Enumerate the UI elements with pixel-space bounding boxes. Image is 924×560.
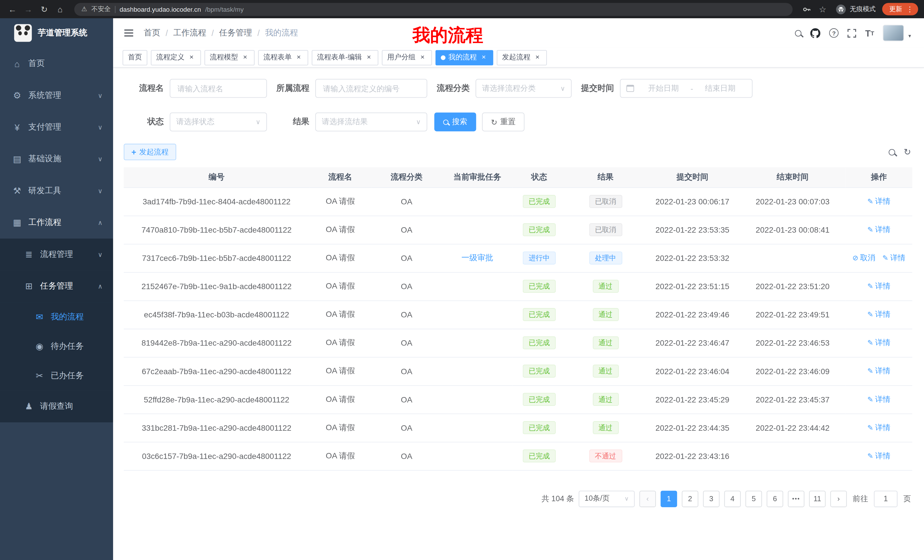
detail-button-label: 详情: [875, 394, 891, 405]
detail-button[interactable]: ✎详情: [883, 253, 906, 263]
close-icon[interactable]: ×: [241, 53, 249, 61]
security-label[interactable]: 不安全: [92, 5, 111, 14]
more-pages-button[interactable]: •••: [788, 490, 804, 507]
breadcrumb-item[interactable]: 工作流程: [173, 28, 207, 38]
create-process-button[interactable]: + 发起流程: [124, 144, 176, 160]
result-tag: 通过: [592, 393, 618, 406]
detail-button[interactable]: ✎详情: [867, 338, 891, 348]
breadcrumb-item[interactable]: 首页: [144, 28, 160, 38]
page-button[interactable]: 4: [724, 490, 741, 507]
table-row: 67c2eaab-7b9a-11ec-a290-acde48001122OA 请…: [124, 357, 912, 385]
table-row: 52ffd28e-7b9a-11ec-a290-acde48001122OA 请…: [124, 385, 912, 413]
result-placeholder: 请选择流结果: [322, 117, 368, 127]
breadcrumb-item[interactable]: 任务管理: [219, 28, 252, 38]
back-icon[interactable]: ←: [6, 3, 19, 15]
detail-button[interactable]: ✎详情: [867, 309, 891, 320]
close-icon[interactable]: ×: [533, 53, 542, 61]
close-icon[interactable]: ×: [188, 53, 196, 61]
cell-submit-time: 2022-01-22 23:53:32: [645, 244, 740, 272]
detail-button[interactable]: ✎详情: [867, 394, 891, 405]
detail-button[interactable]: ✎详情: [867, 196, 891, 207]
table-refresh-icon[interactable]: ↻: [904, 147, 911, 157]
detail-button[interactable]: ✎详情: [867, 422, 891, 433]
page-button[interactable]: 2: [682, 490, 698, 507]
cell-submit-time: 2022-01-22 23:43:16: [645, 442, 740, 470]
prev-page-button[interactable]: ‹: [639, 490, 656, 507]
page-button[interactable]: 1: [661, 490, 677, 507]
sidebar-item-done-tasks[interactable]: ✂已办任务: [0, 361, 113, 391]
font-size-icon[interactable]: TT: [865, 28, 874, 38]
search-icon[interactable]: [795, 30, 801, 36]
page-size-select[interactable]: 10条/页 ∨: [579, 490, 635, 507]
github-icon[interactable]: [810, 28, 820, 38]
close-icon[interactable]: ×: [480, 53, 488, 61]
sidebar-item-devtools[interactable]: ⚒研发工具∨: [0, 175, 113, 207]
view-tab[interactable]: 我的流程×: [435, 49, 493, 65]
view-tab[interactable]: 流程表单×: [258, 49, 308, 65]
category-select[interactable]: 请选择流程分类 ∨: [476, 79, 572, 98]
detail-button[interactable]: ✎详情: [867, 366, 891, 376]
page-button[interactable]: 11: [809, 490, 826, 507]
cell-process-name: OA 请假: [309, 187, 371, 216]
detail-button-label: 详情: [875, 451, 891, 461]
sidebar-item-infra[interactable]: ▤基础设施∨: [0, 143, 113, 175]
end-date-placeholder[interactable]: 结束日期: [694, 83, 746, 94]
view-tab[interactable]: 流程表单-编辑×: [312, 49, 378, 65]
caret-down-icon[interactable]: ▾: [908, 33, 911, 39]
view-tab[interactable]: 发起流程×: [497, 49, 547, 65]
fullscreen-icon[interactable]: [848, 28, 856, 37]
key-icon[interactable]: [800, 3, 813, 15]
status-select[interactable]: 请选择状态 ∨: [170, 112, 267, 131]
sidebar-item-leave-query[interactable]: ♟请假查询: [0, 391, 113, 422]
process-id-input[interactable]: [315, 79, 427, 98]
reload-icon[interactable]: ↻: [38, 3, 51, 15]
logo[interactable]: 芋道管理系统: [0, 18, 113, 48]
sidebar-item-home[interactable]: ⌂首页: [0, 48, 113, 79]
submit-time-range-input[interactable]: 开始日期 - 结束日期: [620, 79, 752, 98]
sidebar-item-process-mgmt[interactable]: ≣流程管理∨: [0, 239, 113, 270]
close-icon[interactable]: ×: [364, 53, 373, 61]
tab-label: 发起流程: [502, 52, 530, 63]
toggle-search-icon[interactable]: [889, 149, 896, 155]
reset-button[interactable]: ↻ 重置: [482, 112, 524, 131]
collapse-sidebar-button[interactable]: [122, 26, 136, 40]
close-icon[interactable]: ×: [418, 53, 427, 61]
table-row: 7470a810-7b9b-11ec-b5b7-acde48001122OA 请…: [124, 216, 912, 244]
page-button[interactable]: 5: [746, 490, 762, 507]
bookmark-star-icon[interactable]: ☆: [816, 3, 829, 15]
sidebar-item-task-mgmt[interactable]: ⊞任务管理∧: [0, 270, 113, 302]
cancel-button[interactable]: ⊘取消: [852, 253, 876, 263]
view-tab[interactable]: 流程模型×: [204, 49, 254, 65]
goto-page-input[interactable]: [874, 490, 898, 507]
view-tab[interactable]: 用户分组×: [382, 49, 432, 65]
sidebar-item-payment[interactable]: ¥支付管理∨: [0, 111, 113, 143]
current-task-link[interactable]: 一级审批: [461, 253, 493, 262]
start-date-placeholder[interactable]: 开始日期: [638, 83, 689, 94]
search-button[interactable]: 搜索: [434, 112, 476, 131]
sidebar-item-todo-tasks[interactable]: ◉待办任务: [0, 332, 113, 361]
close-icon[interactable]: ×: [295, 53, 303, 61]
address-bar[interactable]: ⚠ 不安全 dashboard.yudao.iocoder.cn/bpm/tas…: [74, 3, 793, 15]
sidebar-item-workflow[interactable]: ▦工作流程∧: [0, 207, 113, 238]
sidebar-item-system[interactable]: ⚙系统管理∨: [0, 79, 113, 111]
update-button[interactable]: 更新 ⋮: [882, 3, 918, 15]
page-button[interactable]: 6: [766, 490, 783, 507]
cell-category: OA: [371, 357, 442, 385]
browser-home-icon[interactable]: ⌂: [54, 3, 66, 15]
sidebar-item-my-process[interactable]: ✉我的流程: [0, 302, 113, 332]
cell-end-time: 2022-01-23 00:08:41: [740, 216, 846, 244]
page-button[interactable]: 3: [703, 490, 720, 507]
detail-button[interactable]: ✎详情: [867, 281, 891, 291]
avatar[interactable]: [883, 25, 904, 41]
view-tab[interactable]: 首页: [123, 49, 147, 65]
browser-menu-icon[interactable]: ⋮: [906, 5, 914, 13]
forward-icon[interactable]: →: [22, 3, 34, 15]
detail-button[interactable]: ✎详情: [867, 225, 891, 235]
detail-button[interactable]: ✎详情: [867, 451, 891, 461]
next-page-button[interactable]: ›: [830, 490, 847, 507]
cell-id: 03c6c157-7b9a-11ec-a290-acde48001122: [124, 442, 309, 470]
process-name-input[interactable]: [170, 79, 267, 98]
result-select[interactable]: 请选择流结果 ∨: [315, 112, 427, 131]
help-icon[interactable]: ?: [829, 28, 838, 38]
view-tab[interactable]: 流程定义×: [151, 49, 201, 65]
